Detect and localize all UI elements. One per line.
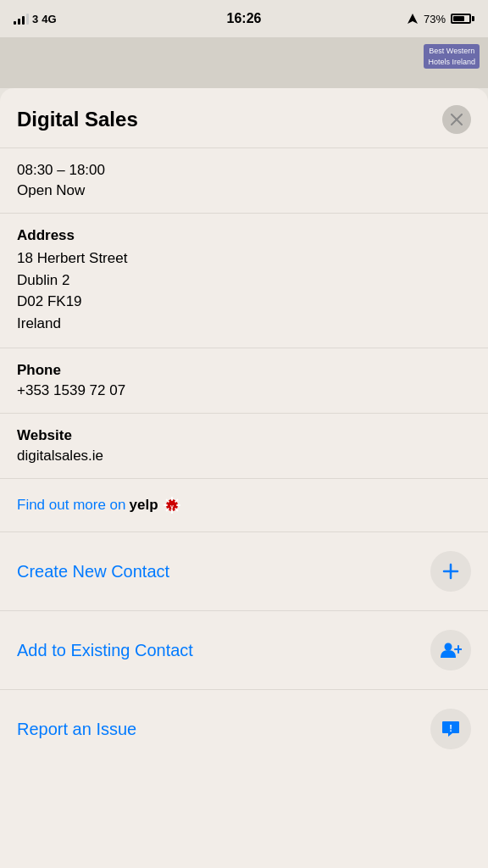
yelp-prefix-text: Find out more on	[17, 497, 126, 514]
open-status: Open Now	[17, 182, 471, 199]
yelp-section[interactable]: Find out more on yelp y	[0, 479, 488, 532]
svg-marker-0	[408, 14, 418, 24]
website-label: Website	[17, 427, 471, 444]
address-label: Address	[17, 227, 471, 244]
svg-text:y: y	[170, 504, 174, 510]
website-url: digitalsales.ie	[17, 448, 471, 465]
battery-icon	[451, 14, 474, 24]
close-icon	[451, 114, 463, 125]
add-existing-contact-item[interactable]: Add to Existing Contact	[0, 611, 488, 690]
action-section: Create New Contact Add to Existing Conta…	[0, 532, 488, 768]
create-new-contact-item[interactable]: Create New Contact	[0, 532, 488, 611]
carrier-label: 3	[32, 13, 38, 25]
address-section: Address 18 Herbert Street Dublin 2 D02 F…	[0, 214, 488, 348]
svg-rect-8	[171, 509, 173, 514]
add-existing-label: Add to Existing Contact	[17, 641, 193, 660]
signal-bar-4	[26, 14, 29, 25]
signal-bar-3	[22, 16, 25, 25]
map-poi-label: Best Western Hotels Ireland	[424, 44, 480, 69]
phone-section: Phone +353 1539 72 07	[0, 348, 488, 414]
sheet-header: Digital Sales	[0, 88, 488, 148]
yelp-brand-text: yelp	[130, 497, 158, 514]
status-time: 16:26	[227, 11, 262, 26]
phone-label: Phone	[17, 362, 471, 379]
location-icon	[407, 13, 419, 25]
report-issue-label: Report an Issue	[17, 720, 136, 739]
svg-point-16	[445, 643, 452, 651]
report-issue-item[interactable]: Report an Issue !	[0, 690, 488, 768]
add-existing-button[interactable]	[430, 630, 471, 670]
status-right: 73%	[407, 13, 474, 25]
create-contact-button[interactable]	[430, 551, 471, 592]
yelp-burst-icon: y	[163, 496, 181, 515]
svg-rect-4	[171, 497, 173, 501]
address-text: 18 Herbert Street Dublin 2 D02 FK19 Irel…	[17, 248, 471, 334]
create-contact-label: Create New Contact	[17, 562, 169, 581]
signal-bar-1	[14, 21, 16, 25]
battery-percent: 73%	[424, 13, 446, 25]
exclamation-icon: !	[441, 720, 460, 738]
report-issue-button[interactable]: !	[430, 709, 471, 749]
network-label: 4G	[42, 13, 56, 25]
close-button[interactable]	[442, 105, 471, 134]
svg-text:!: !	[449, 723, 452, 733]
business-hours: 08:30 – 18:00	[17, 162, 471, 179]
plus-icon	[441, 562, 460, 581]
status-left: 3 4G	[14, 13, 57, 25]
svg-rect-10	[164, 504, 168, 506]
person-add-icon	[440, 641, 462, 659]
bottom-sheet: Digital Sales 08:30 – 18:00 Open Now Add…	[0, 88, 488, 868]
signal-bars	[14, 13, 29, 25]
map-background: Best Western Hotels Ireland	[0, 37, 488, 88]
phone-number: +353 1539 72 07	[17, 382, 471, 399]
hours-section: 08:30 – 18:00 Open Now	[0, 148, 488, 214]
website-section: Website digitalsales.ie	[0, 414, 488, 479]
svg-rect-6	[176, 504, 180, 506]
status-bar: 3 4G 16:26 73%	[0, 0, 488, 37]
signal-bar-2	[18, 19, 20, 25]
sheet-title: Digital Sales	[17, 108, 138, 131]
